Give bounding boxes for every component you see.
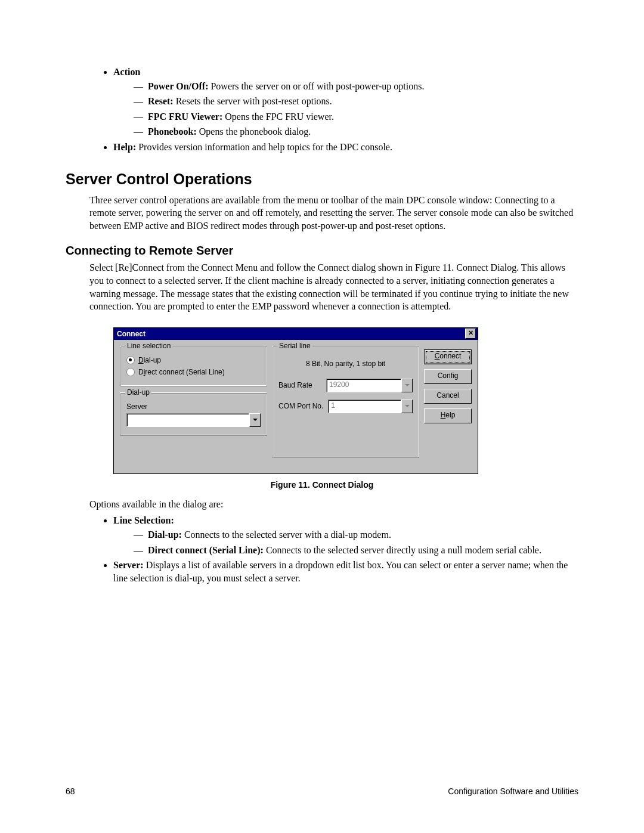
baud-rate-row: Baud Rate 19200 xyxy=(278,379,413,392)
options-bullet-list: Line Selection: Dial-up: Connects to the… xyxy=(66,514,578,584)
option-line-selection-term: Line Selection: xyxy=(113,515,174,525)
config-button[interactable]: Config xyxy=(424,369,472,384)
column-middle: Serial line 8 Bit, No parity, 1 stop bit… xyxy=(272,346,419,464)
baud-rate-combo: 19200 xyxy=(326,379,413,392)
group-serial-line-legend: Serial line xyxy=(277,342,312,350)
com-port-dropdown-button xyxy=(401,400,413,413)
com-port-value: 1 xyxy=(328,400,401,413)
radio-direct-row[interactable]: Direct connect (Serial Line) xyxy=(126,368,261,376)
radio-direct-label: Direct connect (Serial Line) xyxy=(138,368,225,376)
option-line-selection: Line Selection: Dial-up: Connects to the… xyxy=(113,514,578,556)
cancel-button[interactable]: Cancel xyxy=(424,389,472,404)
subopt-dialup: Dial-up: Connects to the selected server… xyxy=(134,528,578,541)
heading-connecting-remote: Connecting to Remote Server xyxy=(66,244,578,258)
connect-dialog-window: Connect ✕ Line selection Dial-up Direct … xyxy=(113,327,478,474)
close-icon[interactable]: ✕ xyxy=(465,329,476,339)
com-port-label: COM Port No. xyxy=(278,402,323,410)
serial-info-text: 8 Bit, No parity, 1 stop bit xyxy=(278,360,413,368)
action-label: Action xyxy=(113,67,140,77)
baud-rate-dropdown-button xyxy=(401,379,413,392)
action-item-fruviewer: FPC FRU Viewer: Opens the FPC FRU viewer… xyxy=(134,110,578,123)
baud-rate-label: Baud Rate xyxy=(278,381,321,389)
group-dialup: Dial-up Server xyxy=(120,392,267,436)
radio-dialup[interactable] xyxy=(126,356,135,364)
com-port-row: COM Port No. 1 xyxy=(278,400,413,413)
help-button[interactable]: Help xyxy=(424,408,472,423)
action-sublist: Power On/Off: Powers the server on or of… xyxy=(113,80,578,138)
action-bullet: Action Power On/Off: Powers the server o… xyxy=(113,66,578,138)
baud-rate-value: 19200 xyxy=(326,379,401,392)
subopt-direct: Direct connect (Serial Line): Connects t… xyxy=(134,544,578,557)
connect-dialog-figure: Connect ✕ Line selection Dial-up Direct … xyxy=(113,327,578,474)
help-bullet: Help: Provides version information and h… xyxy=(113,141,578,154)
server-input[interactable] xyxy=(126,413,249,427)
group-dialup-legend: Dial-up xyxy=(125,388,151,397)
option-server: Server: Displays a list of available ser… xyxy=(113,559,578,584)
radio-dialup-label: Dial-up xyxy=(138,356,161,364)
footer-title: Configuration Software and Utilities xyxy=(448,786,578,796)
options-intro: Options available in the dialog are: xyxy=(89,498,578,511)
action-item-phonebook: Phonebook: Opens the phonebook dialog. xyxy=(134,125,578,138)
connect-button[interactable]: Connect xyxy=(424,349,472,364)
para-connecting-remote: Select [Re]Connect from the Connect Menu… xyxy=(89,261,578,312)
server-dropdown-button[interactable] xyxy=(249,413,261,427)
page-number: 68 xyxy=(66,786,75,796)
page-footer: 68 Configuration Software and Utilities xyxy=(66,786,578,796)
group-serial-line: Serial line 8 Bit, No parity, 1 stop bit… xyxy=(272,346,419,458)
figure-caption: Figure 11. Connect Dialog xyxy=(66,480,578,490)
para-server-control: Three server control operations are avai… xyxy=(89,194,578,233)
window-body: Line selection Dial-up Direct connect (S… xyxy=(114,340,478,473)
com-port-combo: 1 xyxy=(328,400,413,413)
group-line-selection: Line selection Dial-up Direct connect (S… xyxy=(120,346,267,386)
heading-server-control-operations: Server Control Operations xyxy=(66,171,578,188)
column-left: Line selection Dial-up Direct connect (S… xyxy=(120,346,267,464)
top-bullet-list: Action Power On/Off: Powers the server o… xyxy=(66,66,578,154)
radio-direct[interactable] xyxy=(126,368,135,376)
action-item-reset: Reset: Resets the server with post-reset… xyxy=(134,95,578,108)
radio-dialup-row[interactable]: Dial-up xyxy=(126,356,261,364)
page: Action Power On/Off: Powers the server o… xyxy=(0,0,644,833)
action-item-poweronoff: Power On/Off: Powers the server on or of… xyxy=(134,80,578,93)
line-selection-sublist: Dial-up: Connects to the selected server… xyxy=(113,528,578,556)
titlebar: Connect ✕ xyxy=(114,328,478,340)
group-line-selection-legend: Line selection xyxy=(125,342,172,350)
server-label: Server xyxy=(126,402,261,411)
column-right-buttons: Connect Config Cancel Help xyxy=(424,346,472,464)
server-combo[interactable] xyxy=(126,413,261,427)
window-title: Connect xyxy=(117,330,145,338)
